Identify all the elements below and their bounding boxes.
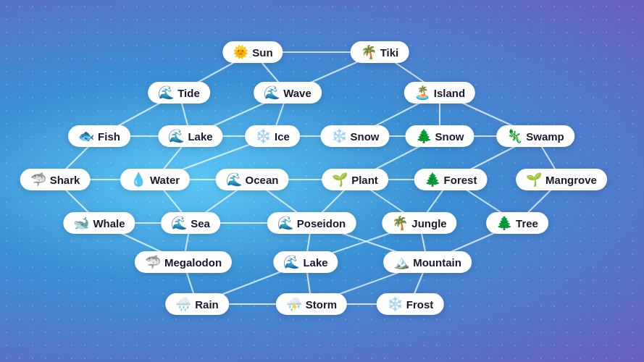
node-snow2: 🌲Snow bbox=[406, 125, 474, 147]
node-label-plant: Plant bbox=[351, 174, 378, 186]
node-label-water: Water bbox=[150, 174, 180, 186]
node-ice: ❄️Ice bbox=[245, 125, 300, 147]
node-label-mountain: Mountain bbox=[413, 256, 461, 269]
node-island: 🏝️Island bbox=[404, 82, 475, 104]
node-label-fish: Fish bbox=[98, 130, 120, 143]
node-label-tide: Tide bbox=[177, 87, 200, 99]
node-icon-plant: 🌱 bbox=[332, 173, 348, 186]
node-tree: 🌲Tree bbox=[486, 212, 548, 234]
node-shark: 🦈Shark bbox=[20, 169, 91, 190]
node-megalodon: 🦈Megalodon bbox=[135, 251, 232, 273]
node-mangrove: 🌱Mangrove bbox=[516, 169, 607, 190]
node-mountain: 🏔️Mountain bbox=[383, 251, 472, 273]
node-label-mangrove: Mangrove bbox=[545, 174, 597, 186]
node-icon-mangrove: 🌱 bbox=[526, 173, 542, 186]
node-label-whale: Whale bbox=[93, 217, 125, 230]
node-label-tiki: Tiki bbox=[380, 46, 399, 59]
node-label-lake2: Lake bbox=[303, 256, 327, 269]
node-icon-sea: 🌊 bbox=[171, 216, 187, 230]
node-water: 💧Water bbox=[120, 169, 190, 190]
node-icon-rain: 🌧️ bbox=[175, 298, 191, 311]
node-icon-swamp: 🦎 bbox=[506, 130, 522, 143]
node-storm: ⛈️Storm bbox=[276, 293, 347, 315]
node-icon-fish: 🐟 bbox=[78, 130, 94, 143]
node-sun: 🌞Sun bbox=[222, 41, 283, 63]
node-label-storm: Storm bbox=[306, 298, 337, 311]
node-label-snow1: Snow bbox=[351, 130, 380, 143]
node-forest: 🌲Forest bbox=[414, 169, 488, 190]
node-label-rain: Rain bbox=[195, 298, 219, 311]
node-icon-mountain: 🏔️ bbox=[393, 256, 409, 269]
graph-container: 🌞Sun🌴Tiki🌊Tide🌊Wave🏝️Island🐟Fish🌊Lake❄️I… bbox=[0, 0, 644, 362]
node-label-poseidon: Poseidon bbox=[297, 217, 346, 230]
node-lake2: 🌊Lake bbox=[273, 251, 338, 273]
node-label-sea: Sea bbox=[191, 217, 210, 230]
node-label-megalodon: Megalodon bbox=[164, 256, 222, 269]
node-label-frost: Frost bbox=[406, 298, 434, 311]
node-icon-megalodon: 🦈 bbox=[145, 256, 161, 269]
node-rain: 🌧️Rain bbox=[165, 293, 229, 315]
node-icon-island: 🏝️ bbox=[414, 86, 430, 99]
node-label-lake1: Lake bbox=[188, 130, 212, 143]
node-tiki: 🌴Tiki bbox=[351, 41, 409, 63]
node-label-ice: Ice bbox=[275, 130, 290, 143]
node-tide: 🌊Tide bbox=[148, 82, 210, 104]
node-fish: 🐟Fish bbox=[68, 125, 130, 147]
node-label-tree: Tree bbox=[516, 217, 538, 230]
node-label-snow2: Snow bbox=[435, 130, 464, 143]
node-label-swamp: Swamp bbox=[526, 130, 564, 143]
node-icon-snow2: 🌲 bbox=[416, 130, 432, 143]
node-label-sun: Sun bbox=[252, 46, 272, 59]
node-icon-sun: 🌞 bbox=[233, 46, 248, 59]
node-icon-whale: 🐋 bbox=[73, 216, 89, 230]
node-icon-lake1: 🌊 bbox=[168, 130, 184, 143]
node-frost: ❄️Frost bbox=[377, 293, 444, 315]
node-label-ocean: Ocean bbox=[246, 174, 279, 186]
node-label-wave: Wave bbox=[283, 87, 311, 99]
node-icon-lake2: 🌊 bbox=[283, 256, 299, 269]
node-icon-snow1: ❄️ bbox=[331, 130, 347, 143]
node-icon-tree: 🌲 bbox=[496, 216, 512, 230]
node-label-forest: Forest bbox=[444, 174, 477, 186]
node-icon-ice: ❄️ bbox=[255, 130, 271, 143]
node-plant: 🌱Plant bbox=[322, 169, 388, 190]
node-icon-ocean: 🌊 bbox=[226, 173, 242, 186]
node-poseidon: 🌊Poseidon bbox=[267, 212, 356, 234]
node-icon-wave: 🌊 bbox=[264, 86, 280, 99]
node-wave: 🌊Wave bbox=[254, 82, 322, 104]
node-label-island: Island bbox=[434, 87, 465, 99]
node-jungle: 🌴Jungle bbox=[382, 212, 456, 234]
node-ocean: 🌊Ocean bbox=[216, 169, 289, 190]
node-icon-tide: 🌊 bbox=[158, 86, 174, 99]
node-icon-storm: ⛈️ bbox=[286, 298, 302, 311]
node-whale: 🐋Whale bbox=[63, 212, 135, 234]
nodes-layer: 🌞Sun🌴Tiki🌊Tide🌊Wave🏝️Island🐟Fish🌊Lake❄️I… bbox=[0, 0, 644, 362]
node-icon-jungle: 🌴 bbox=[392, 216, 408, 230]
node-lake1: 🌊Lake bbox=[158, 125, 222, 147]
node-label-jungle: Jungle bbox=[411, 217, 446, 230]
node-swamp: 🦎Swamp bbox=[496, 125, 574, 147]
node-label-shark: Shark bbox=[50, 174, 80, 186]
node-icon-tiki: 🌴 bbox=[361, 46, 377, 59]
node-icon-frost: ❄️ bbox=[387, 298, 403, 311]
node-icon-shark: 🦈 bbox=[30, 173, 46, 186]
node-sea: 🌊Sea bbox=[161, 212, 220, 234]
node-icon-forest: 🌲 bbox=[425, 173, 440, 186]
node-icon-poseidon: 🌊 bbox=[277, 216, 293, 230]
node-snow1: ❄️Snow bbox=[321, 125, 390, 147]
node-icon-water: 💧 bbox=[130, 173, 146, 186]
